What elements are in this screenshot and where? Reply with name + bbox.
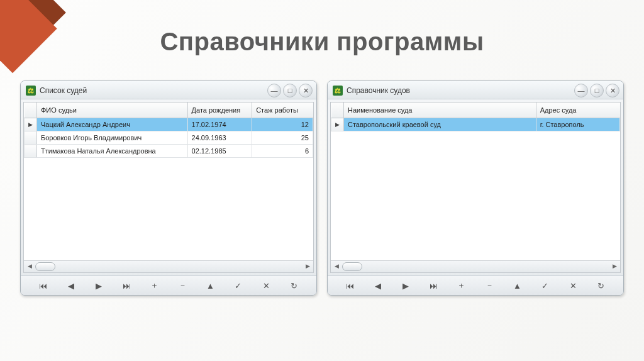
nav-ok-button[interactable]: ✓	[535, 279, 556, 292]
titlebar[interactable]: ⚖ Список судей — □ ✕	[21, 81, 316, 99]
minimize-button[interactable]: —	[267, 84, 281, 97]
app-icon: ⚖	[333, 86, 343, 96]
col-header-dob[interactable]: Дата рождения	[187, 103, 252, 118]
table-row[interactable]: Ттимакова Наталья Александровна02.12.198…	[25, 145, 313, 158]
window-title: Справочник судов	[347, 86, 572, 95]
nav-cancel-button[interactable]: ✕	[255, 279, 277, 292]
row-marker-header	[25, 103, 37, 118]
row-marker: ▶	[25, 118, 37, 131]
col-header-exp[interactable]: Стаж работы	[252, 103, 313, 118]
db-navigator: ⏮ ◀ ▶ ⏭ ＋ － ▲ ✓ ✕ ↻	[21, 275, 316, 295]
maximize-button[interactable]: □	[590, 84, 604, 97]
nav-first-button[interactable]: ⏮	[339, 279, 360, 292]
nav-edit-button[interactable]: ▲	[200, 279, 221, 292]
app-icon: ⚖	[26, 86, 36, 96]
cell-dob[interactable]: 02.12.1985	[187, 145, 252, 158]
nav-remove-button[interactable]: －	[172, 279, 193, 292]
nav-last-button[interactable]: ⏭	[423, 279, 444, 292]
cell-exp[interactable]: 6	[252, 145, 313, 158]
col-header-name[interactable]: ФИО судьи	[37, 103, 188, 118]
row-marker	[25, 131, 37, 145]
nav-add-button[interactable]: ＋	[144, 279, 165, 292]
row-marker-header	[331, 103, 344, 118]
nav-prev-button[interactable]: ◀	[367, 279, 389, 292]
nav-cancel-button[interactable]: ✕	[562, 279, 584, 292]
table-row[interactable]: ▶Ставропольский краевой судг. Ставрополь	[331, 118, 620, 131]
row-marker	[25, 145, 37, 158]
scroll-thumb[interactable]	[342, 262, 362, 271]
col-header-court[interactable]: Наименование суда	[344, 103, 536, 118]
titlebar[interactable]: ⚖ Справочник судов — □ ✕	[328, 81, 623, 99]
minimize-button[interactable]: —	[574, 84, 588, 97]
nav-next-button[interactable]: ▶	[88, 279, 109, 292]
horizontal-scrollbar[interactable]: ◀ ▶	[24, 260, 313, 272]
cell-exp[interactable]: 25	[252, 131, 313, 145]
table-row[interactable]: ▶Чацкий Александр Андреич17.02.197412	[25, 118, 313, 131]
col-header-addr[interactable]: Адрес суда	[536, 103, 619, 118]
nav-prev-button[interactable]: ◀	[60, 279, 82, 292]
nav-next-button[interactable]: ▶	[395, 279, 416, 292]
nav-remove-button[interactable]: －	[479, 279, 500, 292]
horizontal-scrollbar[interactable]: ◀ ▶	[331, 260, 620, 272]
nav-last-button[interactable]: ⏭	[116, 279, 137, 292]
cell-court[interactable]: Ставропольский краевой суд	[344, 118, 536, 131]
nav-add-button[interactable]: ＋	[451, 279, 472, 292]
scroll-left-icon[interactable]: ◀	[25, 262, 35, 270]
cell-name[interactable]: Ттимакова Наталья Александровна	[37, 145, 188, 158]
nav-ok-button[interactable]: ✓	[228, 279, 249, 292]
nav-edit-button[interactable]: ▲	[507, 279, 528, 292]
scroll-thumb[interactable]	[35, 262, 55, 271]
nav-refresh-button[interactable]: ↻	[284, 279, 305, 292]
cell-dob[interactable]: 24.09.1963	[187, 131, 252, 145]
window-courts: ⚖ Справочник судов — □ ✕ Наименование су…	[327, 81, 624, 296]
db-navigator: ⏮ ◀ ▶ ⏭ ＋ － ▲ ✓ ✕ ↻	[328, 275, 623, 295]
window-judges: ⚖ Список судей — □ ✕ ФИО судьи Дата рожд…	[20, 81, 317, 296]
close-button[interactable]: ✕	[299, 84, 313, 97]
scroll-right-icon[interactable]: ▶	[303, 262, 313, 270]
maximize-button[interactable]: □	[283, 84, 297, 97]
nav-first-button[interactable]: ⏮	[32, 279, 53, 292]
scroll-left-icon[interactable]: ◀	[331, 262, 341, 270]
cell-name[interactable]: Боровков Игорь Владимирович	[37, 131, 188, 145]
cell-name[interactable]: Чацкий Александр Андреич	[37, 118, 188, 131]
grid[interactable]: ФИО судьи Дата рождения Стаж работы ▶Чац…	[24, 103, 313, 260]
grid[interactable]: Наименование суда Адрес суда ▶Ставрополь…	[331, 103, 620, 260]
cell-addr[interactable]: г. Ставрополь	[536, 118, 619, 131]
scroll-right-icon[interactable]: ▶	[609, 262, 619, 270]
close-button[interactable]: ✕	[606, 84, 619, 97]
window-title: Список судей	[40, 86, 265, 95]
client-area: ФИО судьи Дата рождения Стаж работы ▶Чац…	[23, 102, 314, 273]
slide-title: Справочники программы	[0, 28, 644, 56]
row-marker: ▶	[331, 118, 344, 131]
table-row[interactable]: Боровков Игорь Владимирович24.09.196325	[25, 131, 313, 145]
cell-dob[interactable]: 17.02.1974	[187, 118, 252, 131]
cell-exp[interactable]: 12	[252, 118, 313, 131]
client-area: Наименование суда Адрес суда ▶Ставрополь…	[330, 102, 621, 273]
nav-refresh-button[interactable]: ↻	[591, 279, 612, 292]
